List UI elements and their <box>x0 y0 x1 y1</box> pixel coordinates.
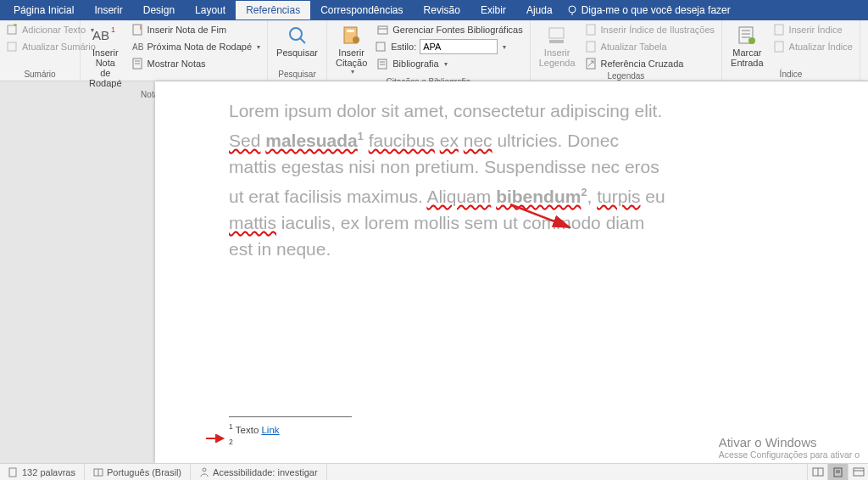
svg-point-46 <box>203 468 206 472</box>
svg-point-14 <box>290 28 302 40</box>
svg-text:AB: AB <box>132 42 144 52</box>
research[interactable]: Pesquisar <box>273 22 321 59</box>
tab-help[interactable]: Ajuda <box>516 1 563 20</box>
svg-point-18 <box>353 36 359 43</box>
language[interactable]: Português (Brasil) <box>85 464 191 481</box>
accessibility[interactable]: Acessibilidade: investigar <box>191 464 327 481</box>
magnify-icon <box>287 25 308 46</box>
view-buttons <box>807 464 868 481</box>
tab-insert[interactable]: Inserir <box>84 1 132 20</box>
crossref-icon <box>586 58 598 70</box>
view-print[interactable] <box>827 464 848 481</box>
style-input[interactable] <box>420 39 498 54</box>
svg-point-34 <box>748 37 755 44</box>
footnote-icon: AB1 <box>92 25 118 47</box>
svg-rect-35 <box>775 25 783 35</box>
manage-sources[interactable]: Gerenciar Fontes Bibliográficas <box>376 22 524 37</box>
svg-rect-26 <box>549 40 564 43</box>
tab-design[interactable]: Design <box>133 1 185 20</box>
view-web[interactable] <box>848 464 868 481</box>
activation-watermark: Ativar o Windows Acesse Configurações pa… <box>719 435 860 460</box>
nextnote-icon: AB <box>132 41 144 53</box>
next-footnote[interactable]: ABPróxima Nota de Rodapé▾ <box>131 39 263 54</box>
show-notes[interactable]: Mostrar Notas <box>131 56 263 71</box>
figidx-icon <box>586 24 598 36</box>
tab-review[interactable]: Revisão <box>414 1 470 20</box>
web-icon <box>853 467 865 477</box>
ribbon-tabs: Página Inicial Inserir Design Layout Ref… <box>0 0 868 20</box>
red-pointer-icon <box>206 434 226 443</box>
update-icon <box>7 41 19 53</box>
tab-references[interactable]: Referências <box>236 1 310 20</box>
endnote-icon: i <box>132 24 144 36</box>
insert-figure-index: Inserir Índice de Ilustrações <box>584 22 717 37</box>
mark-entry[interactable]: MarcarEntrada <box>727 22 767 70</box>
tab-view[interactable]: Exibir <box>470 1 516 20</box>
cross-reference[interactable]: Referência Cruzada <box>584 56 717 71</box>
update-index: Atualizar Índice <box>772 39 854 54</box>
footnote-area[interactable]: 1 Texto Link 2 <box>229 416 352 451</box>
read-icon <box>812 467 824 477</box>
updtbl-icon <box>586 41 598 53</box>
bib-icon <box>377 58 389 70</box>
shownotes-icon <box>132 58 144 70</box>
ribbon: Adicionar Texto▾ Atualizar Sumário Sumár… <box>0 20 868 81</box>
svg-point-0 <box>569 6 576 13</box>
svg-rect-52 <box>854 468 864 476</box>
status-bar: 132 palavras Português (Brasil) Acessibi… <box>0 463 868 480</box>
lightbulb-icon <box>566 4 578 16</box>
tab-layout[interactable]: Layout <box>185 1 236 20</box>
page-icon <box>8 467 19 477</box>
style-icon <box>376 41 387 53</box>
updidx-icon <box>774 41 786 53</box>
document-page[interactable]: Lorem ipsum dolor sit amet, consectetur … <box>155 81 868 463</box>
insert-footnote[interactable]: AB1 Inserir Notade Rodapé <box>86 22 125 90</box>
svg-rect-43 <box>9 468 16 477</box>
insidx-icon <box>774 24 786 36</box>
svg-rect-27 <box>587 25 595 35</box>
svg-rect-25 <box>549 28 564 38</box>
caption-icon <box>547 25 567 46</box>
word-count[interactable]: 132 palavras <box>0 464 85 481</box>
book-icon <box>93 467 103 477</box>
tell-me-label: Diga-me o que você deseja fazer <box>581 4 731 16</box>
person-icon <box>199 467 209 477</box>
svg-text:AB: AB <box>92 28 109 42</box>
insert-citation[interactable]: InserirCitação▾ <box>332 22 370 77</box>
footnote-separator <box>229 416 352 417</box>
body-text[interactable]: Lorem ipsum dolor sit amet, consectetur … <box>229 98 670 262</box>
svg-rect-5 <box>8 42 16 51</box>
footnote-link[interactable]: Link <box>261 425 279 435</box>
group-sumario-label: Sumário <box>5 70 75 81</box>
insert-endnote[interactable]: iInserir Nota de Fim <box>131 22 263 37</box>
tell-me[interactable]: Diga-me o que você deseja fazer <box>566 4 731 16</box>
svg-rect-36 <box>775 42 783 52</box>
svg-rect-28 <box>587 42 595 52</box>
tab-home[interactable]: Página Inicial <box>3 1 84 20</box>
insert-caption[interactable]: InserirLegenda <box>536 22 579 70</box>
addtext-icon <box>7 24 19 36</box>
view-read[interactable] <box>807 464 827 481</box>
group-indice-label: Índice <box>727 70 854 81</box>
citation-icon <box>342 25 362 46</box>
tab-mailings[interactable]: Correspondências <box>310 1 413 20</box>
svg-rect-2 <box>8 25 16 34</box>
svg-rect-21 <box>376 42 385 51</box>
bibliography[interactable]: Bibliografia▾ <box>376 56 524 71</box>
update-table-leg: Atualizar Tabela <box>584 39 717 54</box>
group-pesquisar-label: Pesquisar <box>273 70 321 81</box>
sources-icon <box>377 24 389 36</box>
svg-rect-17 <box>347 30 354 32</box>
markentry-icon <box>737 25 757 46</box>
svg-line-15 <box>300 38 305 43</box>
svg-rect-19 <box>378 26 387 34</box>
print-icon <box>832 467 844 477</box>
footnote-ref-1[interactable]: 1 <box>358 131 364 142</box>
citation-style[interactable]: Estilo:▾ <box>376 39 524 54</box>
insert-index: Inserir Índice <box>772 22 854 37</box>
svg-text:1: 1 <box>111 25 115 34</box>
